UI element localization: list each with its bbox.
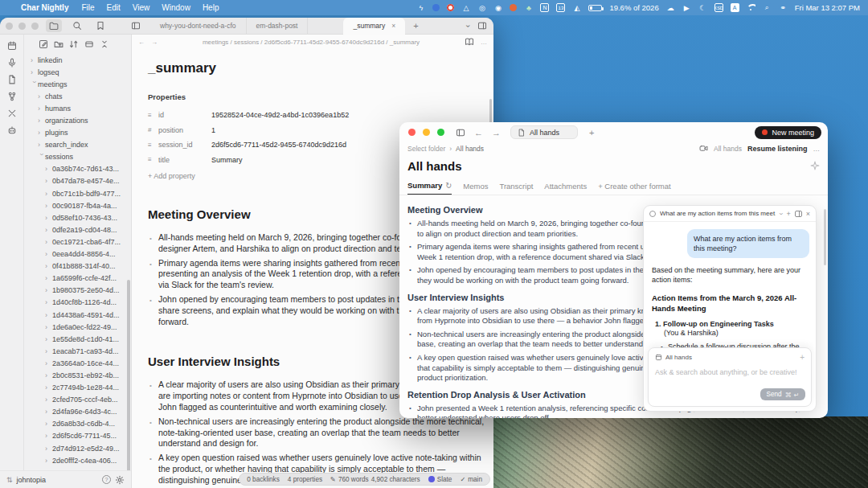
property-row-id[interactable]: ≡ id 19528524-04ce-49d2-a4bd-1c0396ea1b5… <box>148 108 493 123</box>
tab-summary-active[interactable]: _summary× <box>343 18 405 35</box>
lightning-icon[interactable]: ϟ <box>416 3 425 12</box>
record-icon[interactable]: ◎ <box>477 3 486 12</box>
tab-transcript[interactable]: Transcript <box>499 182 533 195</box>
window-close-button[interactable] <box>408 129 416 136</box>
tree-icon[interactable]: ♣ <box>524 3 533 12</box>
play-icon[interactable]: ▶ <box>682 3 691 12</box>
chevron-right-icon[interactable]: › <box>45 371 52 379</box>
chevron-right-icon[interactable]: › <box>45 383 52 392</box>
app-menu-title[interactable]: Char Nightly <box>21 3 68 12</box>
tree-session-folder[interactable]: ›0bc71c1b-bdf9-477... <box>24 187 131 199</box>
tree-folder-sessions[interactable]: ›sessions <box>24 151 131 163</box>
tree-session-folder[interactable]: ›2a3664a0-16ce-44... <box>24 357 131 369</box>
moon-icon[interactable]: ☾ <box>698 3 707 12</box>
hyprnote-note-tab[interactable]: All hands <box>510 125 578 139</box>
dice-x-icon[interactable] <box>7 109 17 118</box>
chevron-right-icon[interactable]: › <box>38 105 45 113</box>
properties-heading[interactable]: Properties <box>148 92 493 101</box>
tree-session-folder[interactable]: ›1a6599f6-ccfe-42f... <box>24 273 131 285</box>
expand-panel-icon[interactable] <box>795 211 802 217</box>
settings-gear-icon[interactable] <box>115 475 125 485</box>
chat-input-card[interactable]: All hands + Ask & search about anything,… <box>648 347 812 407</box>
add-context-icon[interactable]: + <box>800 353 805 362</box>
chevron-right-icon[interactable]: › <box>45 214 52 222</box>
explorer-scrollbar[interactable] <box>127 280 130 470</box>
microphone-icon[interactable] <box>7 58 17 68</box>
launcher-icon[interactable]: A <box>731 3 739 12</box>
tree-session-folder[interactable]: ›00c90187-fb4a-4a... <box>24 199 131 211</box>
new-note-icon[interactable] <box>39 39 48 49</box>
chevron-right-icon[interactable]: › <box>45 286 52 294</box>
menu-file[interactable]: File <box>81 3 94 12</box>
tree-folder[interactable]: ›search_index <box>24 139 131 151</box>
chevron-right-icon[interactable]: › <box>45 262 52 270</box>
tree-folder[interactable]: ›logseq <box>24 66 131 78</box>
calendar-icon[interactable] <box>7 41 17 51</box>
tree-folder[interactable]: ›plugins <box>24 127 131 139</box>
new-tab-button[interactable]: + <box>589 128 594 137</box>
tree-session-folder[interactable]: ›2d6f5cd6-7711-45... <box>24 430 131 442</box>
chevron-down-icon[interactable]: › <box>777 212 785 215</box>
tab-summary[interactable]: Summary↻ <box>407 181 452 195</box>
menu-view[interactable]: View <box>133 3 150 12</box>
stacked-panes-icon[interactable] <box>84 39 94 49</box>
menu-bar-clock[interactable]: Fri Mar 13 2:07 PM <box>795 3 860 12</box>
chevron-right-icon[interactable]: › <box>45 311 52 319</box>
tab-why-you-dont-need-a-cfo[interactable]: why-you-dont-need-a-cfo <box>150 18 247 35</box>
tree-session-folder[interactable]: ›0dfe2a19-cd04-48... <box>24 223 131 236</box>
new-tab-button[interactable]: + <box>413 21 418 31</box>
chevron-right-icon[interactable]: › <box>45 323 52 331</box>
triangle-icon[interactable]: △ <box>461 3 470 12</box>
chevron-right-icon[interactable]: › <box>45 396 52 404</box>
sidebar-toggle-icon[interactable] <box>456 128 465 137</box>
tree-session-folder[interactable]: ›1e55de8d-c1d0-41... <box>24 333 131 345</box>
tree-session-folder[interactable]: ›0b47da78-e457-4e... <box>24 175 131 187</box>
tree-session-folder[interactable]: ›0ec19721-cba6-4f7... <box>24 236 131 248</box>
properties-count[interactable]: 4 properties <box>288 476 322 483</box>
chrome-icon[interactable] <box>447 4 454 11</box>
mountain-icon[interactable]: ◭ <box>572 3 581 12</box>
chevron-right-icon[interactable]: › <box>45 250 52 258</box>
chevron-right-icon[interactable]: › <box>45 359 52 367</box>
chevron-right-icon[interactable]: › <box>45 177 52 185</box>
tree-session-folder[interactable]: ›1b980375-2e50-4d... <box>24 285 131 297</box>
tree-session-folder[interactable]: ›0eea4dd4-8856-4... <box>24 248 131 260</box>
chevron-down-icon[interactable]: › <box>38 154 46 161</box>
files-view-button[interactable] <box>46 19 62 32</box>
more-options-icon[interactable]: … <box>481 39 487 46</box>
git-fork-icon[interactable] <box>7 92 17 101</box>
chevron-right-icon[interactable]: › <box>45 165 52 173</box>
tree-session-folder[interactable]: ›2cfed705-cccf-4eb... <box>24 394 131 406</box>
select-folder-button[interactable]: Select folder <box>407 145 445 153</box>
tab-close-icon[interactable]: × <box>391 22 395 30</box>
chevron-right-icon[interactable]: › <box>45 226 52 234</box>
meeting-title[interactable]: All hands <box>407 159 462 173</box>
chevron-down-icon[interactable]: › <box>31 80 39 88</box>
tab-create-other-format[interactable]: + Create other format <box>598 182 671 195</box>
chevron-right-icon[interactable]: › <box>31 56 38 64</box>
chevron-right-icon[interactable]: › <box>45 432 52 440</box>
chevron-right-icon[interactable]: › <box>45 445 52 453</box>
chat-input-placeholder[interactable]: Ask & search about anything, or be creat… <box>655 368 805 376</box>
chevron-right-icon[interactable]: › <box>45 274 52 282</box>
search-view-button[interactable] <box>69 19 85 32</box>
tree-session-folder[interactable]: ›2d4fa96e-64d3-4c... <box>24 406 131 418</box>
tree-session-folder[interactable]: ›1eacab71-ca93-4d... <box>24 345 131 357</box>
bookmarks-view-button[interactable] <box>92 19 108 32</box>
chevron-right-icon[interactable]: › <box>45 347 52 355</box>
chevron-right-icon[interactable]: › <box>45 202 52 210</box>
tree-folder[interactable]: ›linkedin <box>24 54 131 66</box>
tree-session-folder[interactable]: ›2d74d912-e5d2-49... <box>24 442 131 454</box>
tree-session-folder[interactable]: ›0a36b74c-7d61-43... <box>24 163 131 175</box>
refresh-icon[interactable]: ↻ <box>445 181 452 190</box>
chevron-right-icon[interactable]: › <box>45 420 52 428</box>
backlinks-count[interactable]: 0 backlinks <box>247 476 280 483</box>
chat-thread-title[interactable]: What are my action items from this meet.… <box>660 210 776 217</box>
sidebar-toggle-icon[interactable] <box>128 19 144 32</box>
bot-icon[interactable] <box>7 125 17 135</box>
close-chat-icon[interactable]: × <box>806 210 810 218</box>
chevron-right-icon[interactable]: › <box>45 335 52 343</box>
calendar-app-icon[interactable]: 13 <box>556 3 565 12</box>
tab-em-dash-post[interactable]: em-dash-post <box>247 18 309 35</box>
tree-session-folder[interactable]: ›2de0fff2-c4ea-406... <box>24 454 131 466</box>
